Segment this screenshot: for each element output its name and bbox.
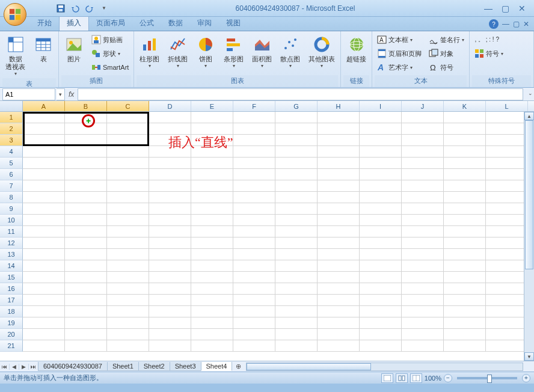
- cell[interactable]: [107, 180, 149, 192]
- column-header-J[interactable]: J: [402, 101, 444, 111]
- column-header-H[interactable]: H: [318, 101, 360, 111]
- column-header-E[interactable]: E: [191, 101, 233, 111]
- cell[interactable]: [149, 215, 191, 226]
- cell[interactable]: [65, 329, 107, 340]
- cell[interactable]: [149, 317, 191, 329]
- row-header-10[interactable]: 10: [0, 215, 23, 226]
- column-header-B[interactable]: B: [65, 101, 107, 111]
- cell[interactable]: [318, 272, 360, 283]
- cell[interactable]: [402, 112, 444, 123]
- cell[interactable]: [65, 226, 107, 237]
- sheet-nav-prev[interactable]: ◀: [10, 364, 19, 370]
- cell[interactable]: [486, 249, 528, 260]
- cell[interactable]: [107, 237, 149, 249]
- cell[interactable]: [318, 123, 360, 135]
- punct-row[interactable]: , 。 ; : ! ?: [472, 33, 506, 46]
- cell[interactable]: [402, 272, 444, 283]
- cell[interactable]: [318, 158, 360, 169]
- row-header-4[interactable]: 4: [0, 146, 23, 158]
- cell[interactable]: [233, 180, 275, 192]
- cell[interactable]: [65, 340, 107, 352]
- cell[interactable]: [65, 295, 107, 306]
- cell[interactable]: [275, 295, 318, 306]
- cell[interactable]: [107, 192, 149, 203]
- cell[interactable]: [444, 146, 486, 158]
- cell[interactable]: [233, 215, 275, 226]
- cell[interactable]: [191, 226, 233, 237]
- cell[interactable]: [444, 226, 486, 237]
- cell[interactable]: [191, 260, 233, 272]
- cell[interactable]: [149, 112, 191, 123]
- cell[interactable]: [360, 215, 402, 226]
- tab-insert[interactable]: 插入: [59, 15, 89, 31]
- cell[interactable]: [486, 158, 528, 169]
- cell[interactable]: [275, 169, 318, 180]
- tab-review[interactable]: 审阅: [190, 16, 219, 31]
- cell[interactable]: [318, 192, 360, 203]
- cell[interactable]: [23, 283, 65, 295]
- cell[interactable]: [65, 306, 107, 317]
- signature-button[interactable]: 签名行▾: [426, 33, 467, 46]
- cell[interactable]: [444, 203, 486, 215]
- cell[interactable]: [402, 295, 444, 306]
- row-header-20[interactable]: 20: [0, 329, 23, 340]
- row-header-3[interactable]: 3: [0, 135, 23, 146]
- cell[interactable]: [318, 340, 360, 352]
- cell[interactable]: [65, 237, 107, 249]
- cell[interactable]: [318, 180, 360, 192]
- office-button[interactable]: [4, 3, 26, 26]
- cell[interactable]: [233, 146, 275, 158]
- cell[interactable]: [444, 283, 486, 295]
- sheet-nav-next[interactable]: ▶: [19, 364, 29, 370]
- cell[interactable]: [233, 123, 275, 135]
- save-icon[interactable]: [55, 3, 66, 14]
- cell[interactable]: [444, 215, 486, 226]
- cell[interactable]: [191, 192, 233, 203]
- cell[interactable]: [107, 135, 149, 146]
- cell[interactable]: [233, 135, 275, 146]
- pivot-table-button[interactable]: 数据 透视表 ▾: [2, 33, 28, 78]
- cell[interactable]: [23, 169, 65, 180]
- cell[interactable]: [23, 249, 65, 260]
- column-chart-button[interactable]: 柱形图▾: [137, 33, 162, 75]
- cell[interactable]: [486, 123, 528, 135]
- cell[interactable]: [23, 226, 65, 237]
- cell[interactable]: [233, 317, 275, 329]
- cell[interactable]: [233, 306, 275, 317]
- column-header-F[interactable]: F: [233, 101, 275, 111]
- symbol-button[interactable]: Ω符号: [426, 61, 467, 74]
- cell[interactable]: [275, 306, 318, 317]
- cell[interactable]: [275, 158, 318, 169]
- cell[interactable]: [275, 192, 318, 203]
- zoom-in-button[interactable]: +: [522, 374, 530, 382]
- cell[interactable]: [233, 237, 275, 249]
- cell[interactable]: [23, 135, 65, 146]
- cell[interactable]: [275, 329, 318, 340]
- textbox-button[interactable]: A文本框▾: [375, 33, 424, 46]
- line-chart-button[interactable]: 折线图▾: [165, 33, 191, 75]
- cell[interactable]: [402, 158, 444, 169]
- sheet-tab-Sheet1[interactable]: Sheet1: [107, 362, 139, 371]
- cell[interactable]: [149, 306, 191, 317]
- cell[interactable]: [360, 249, 402, 260]
- cell[interactable]: [318, 203, 360, 215]
- cell[interactable]: [191, 237, 233, 249]
- cell[interactable]: [444, 272, 486, 283]
- cell[interactable]: [65, 283, 107, 295]
- cell[interactable]: [486, 135, 528, 146]
- cell[interactable]: [275, 112, 318, 123]
- cell[interactable]: [149, 203, 191, 215]
- cell[interactable]: [275, 272, 318, 283]
- column-header-C[interactable]: C: [107, 101, 149, 111]
- cell[interactable]: [360, 295, 402, 306]
- cell[interactable]: [318, 146, 360, 158]
- cell[interactable]: [486, 180, 528, 192]
- object-button[interactable]: 对象: [426, 47, 467, 60]
- cell[interactable]: [233, 283, 275, 295]
- cell[interactable]: [233, 158, 275, 169]
- cell[interactable]: [486, 283, 528, 295]
- cell[interactable]: [233, 226, 275, 237]
- cell[interactable]: [233, 295, 275, 306]
- cell[interactable]: [402, 146, 444, 158]
- cell[interactable]: [402, 123, 444, 135]
